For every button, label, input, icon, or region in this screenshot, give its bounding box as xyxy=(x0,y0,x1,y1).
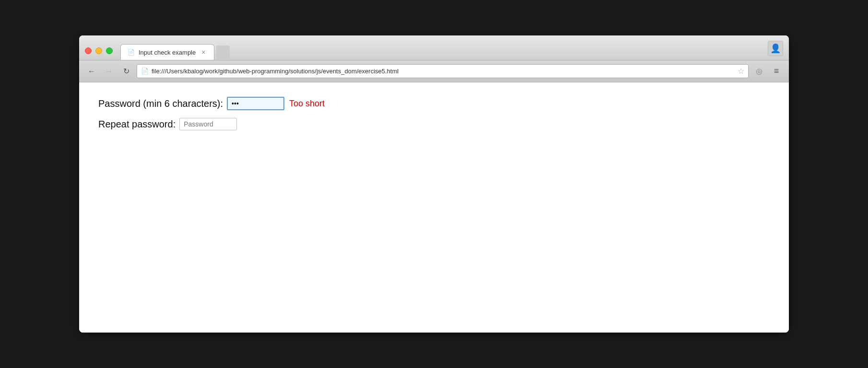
tab-label: Input check example xyxy=(139,49,196,56)
window-controls xyxy=(85,47,113,60)
profile-icon: 👤 xyxy=(770,43,781,54)
tab-close-button[interactable]: × xyxy=(199,48,207,56)
browser-window: 📄 Input check example × 👤 ← → ↻ 📄 ☆ xyxy=(79,35,789,333)
star-icon: ☆ xyxy=(738,67,744,75)
pocket-icon: ◎ xyxy=(756,67,762,76)
page-content: Password (min 6 characters): Too short R… xyxy=(79,82,789,333)
back-icon: ← xyxy=(88,67,95,76)
minimize-button[interactable] xyxy=(95,47,102,54)
tabs-container: 📄 Input check example × xyxy=(120,44,230,60)
address-bar-container: 📄 ☆ xyxy=(137,64,749,78)
title-bar: 📄 Input check example × 👤 xyxy=(79,35,789,60)
profile-button[interactable]: 👤 xyxy=(768,41,783,56)
password-input[interactable] xyxy=(227,97,284,110)
close-button[interactable] xyxy=(85,47,92,54)
password-label: Password (min 6 characters): xyxy=(98,98,223,109)
tab-icon: 📄 xyxy=(128,49,135,56)
new-tab-button[interactable] xyxy=(216,46,230,59)
repeat-password-row: Repeat password: xyxy=(98,118,770,130)
password-row: Password (min 6 characters): Too short xyxy=(98,97,770,110)
reload-button[interactable]: ↻ xyxy=(119,65,133,78)
forward-button[interactable]: → xyxy=(102,65,116,78)
pocket-button[interactable]: ◎ xyxy=(752,65,766,78)
maximize-button[interactable] xyxy=(106,47,113,54)
bookmark-button[interactable]: ☆ xyxy=(738,67,744,76)
nav-bar: ← → ↻ 📄 ☆ ◎ ≡ xyxy=(79,60,789,82)
address-input[interactable] xyxy=(152,68,735,75)
forward-icon: → xyxy=(105,67,113,76)
menu-button[interactable]: ≡ xyxy=(770,65,783,78)
back-button[interactable]: ← xyxy=(85,65,98,78)
address-icon: 📄 xyxy=(141,68,149,75)
menu-icon: ≡ xyxy=(774,66,779,76)
error-message: Too short xyxy=(289,99,325,109)
reload-icon: ↻ xyxy=(123,67,129,76)
repeat-password-label: Repeat password: xyxy=(98,119,176,130)
active-tab[interactable]: 📄 Input check example × xyxy=(120,44,214,60)
repeat-password-input[interactable] xyxy=(179,118,237,130)
